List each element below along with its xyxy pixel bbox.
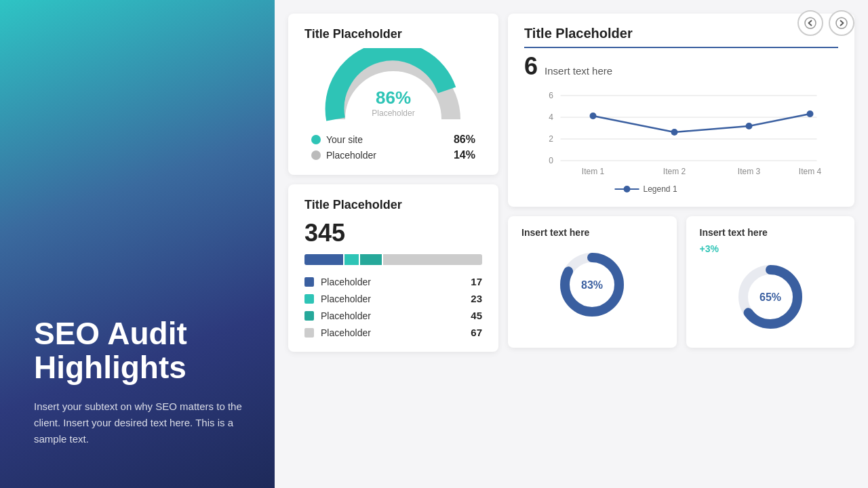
donut-card-1-title: Insert text here	[521, 227, 589, 238]
donut-card-1: Insert text here 83%	[508, 216, 677, 348]
line-chart-svg: 6 4 2 0	[524, 86, 838, 195]
donut-card-2-title: Insert text here	[700, 227, 768, 238]
donut-row: Insert text here 83% Inse	[508, 216, 854, 348]
your-site-legend-row: Your site 86%	[304, 134, 482, 146]
bar-legend-row-3: Placeholder 45	[304, 310, 482, 321]
bar-sq-3	[304, 311, 314, 321]
forward-button[interactable]	[829, 10, 854, 36]
svg-text:Item 2: Item 2	[663, 167, 686, 176]
bar-sq-1	[304, 277, 314, 287]
your-site-value: 86%	[454, 134, 475, 146]
svg-point-0	[805, 18, 816, 28]
gauge-wrapper: 86% Placeholder	[322, 48, 465, 126]
donut-card-2: Insert text here +3% 65%	[686, 216, 855, 348]
data-point-2	[671, 129, 678, 136]
chart-column: Title Placeholder 6 Insert text here 6 4…	[508, 14, 854, 474]
placeholder-legend-row: Placeholder 14%	[304, 149, 482, 161]
bar-val-2: 23	[471, 293, 482, 304]
data-point-1	[590, 113, 597, 119]
bar-label-4: Placeholder	[321, 327, 371, 338]
line-chart-stat-row: 6 Insert text here	[524, 52, 838, 81]
bar-total: 345	[304, 219, 482, 247]
line-chart-stat-text: Insert text here	[545, 65, 612, 77]
svg-text:6: 6	[549, 91, 553, 100]
data-point-4	[807, 110, 814, 117]
svg-text:Item 4: Item 4	[799, 167, 822, 176]
sidebar: SEO Audit Highlights Insert your subtext…	[0, 0, 275, 488]
content-area: Title Placeholder 86% Placeholder	[288, 14, 854, 474]
bar-val-4: 67	[471, 327, 482, 338]
svg-text:Item 3: Item 3	[738, 167, 761, 176]
svg-text:65%: 65%	[760, 291, 781, 303]
bar-seg-1	[304, 254, 343, 265]
line-chart-header: Title Placeholder	[524, 26, 838, 48]
back-button[interactable]	[797, 10, 823, 36]
gauge-card: Title Placeholder 86% Placeholder	[288, 14, 498, 175]
your-site-dot	[311, 135, 321, 144]
svg-text:0: 0	[549, 156, 553, 165]
donut-wrapper-1: 83%	[521, 247, 663, 322]
gauge-svg	[322, 48, 465, 126]
line-chart-section: Title Placeholder 6 Insert text here 6 4…	[508, 14, 854, 207]
your-site-label: Your site	[326, 134, 363, 145]
placeholder-legend-label: Placeholder	[326, 150, 376, 161]
bar-legend-row-4: Placeholder 67	[304, 327, 482, 338]
bar-sq-2	[304, 294, 314, 304]
bar-label-2: Placeholder	[321, 293, 371, 304]
donut-svg-2: 65%	[733, 260, 808, 334]
bar-legend-row-1: Placeholder 17	[304, 276, 482, 287]
cards-column: Title Placeholder 86% Placeholder	[288, 14, 498, 474]
donut-svg-1: 83%	[555, 247, 629, 322]
bar-card-title: Title Placeholder	[304, 198, 482, 212]
bar-seg-4	[383, 254, 482, 265]
bar-val-1: 17	[471, 276, 482, 287]
sidebar-subtitle: Insert your subtext on why SEO matters t…	[34, 399, 248, 447]
bar-seg-2	[344, 254, 359, 265]
placeholder-dot	[311, 150, 321, 160]
line-chart-stat-num: 6	[524, 52, 538, 81]
data-point-3	[746, 123, 753, 129]
svg-text:4: 4	[549, 113, 553, 122]
svg-text:2: 2	[549, 134, 553, 144]
stacked-bar	[304, 254, 482, 265]
line-chart-title: Title Placeholder	[524, 26, 633, 41]
gauge-card-title: Title Placeholder	[304, 27, 402, 41]
bar-label-1: Placeholder	[321, 277, 371, 287]
svg-text:Item 1: Item 1	[582, 167, 605, 176]
bar-legend: Placeholder 17 Placeholder 23	[304, 276, 482, 338]
donut-card-2-badge: +3%	[700, 243, 719, 254]
bar-card: Title Placeholder 345 Placeholder 17	[288, 184, 498, 352]
bar-sq-4	[304, 328, 314, 338]
main-content: Title Placeholder 86% Placeholder	[275, 0, 868, 488]
svg-text:83%: 83%	[581, 279, 603, 291]
svg-text:Legend 1: Legend 1	[644, 184, 677, 194]
bar-val-3: 45	[471, 310, 482, 321]
svg-point-1	[836, 18, 847, 28]
donut-wrapper-2: 65%	[700, 260, 842, 334]
sidebar-title: SEO Audit Highlights	[34, 317, 248, 385]
placeholder-legend-value: 14%	[454, 149, 475, 161]
bar-legend-row-2: Placeholder 23	[304, 293, 482, 304]
bar-label-3: Placeholder	[321, 310, 371, 321]
nav-buttons	[797, 10, 854, 36]
bar-seg-3	[360, 254, 381, 265]
